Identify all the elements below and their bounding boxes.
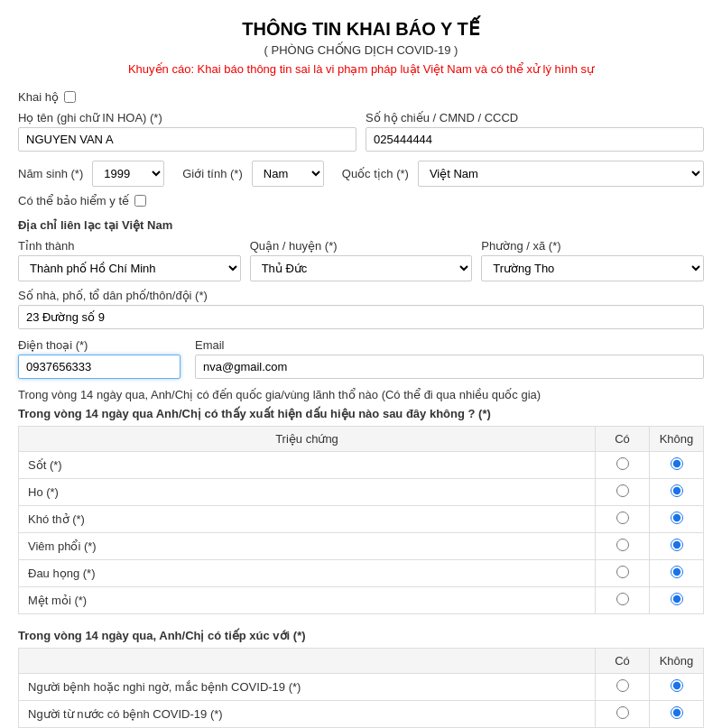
contact-khong-cell[interactable] [650,674,704,701]
travel-text: Trong vòng 14 ngày qua, Anh/Chị có đến q… [18,388,704,401]
contact-row: Người bệnh hoặc nghi ngờ, mắc bệnh COVID… [19,674,704,701]
col-khong-2: Không [650,649,704,674]
col-trieu-chung: Triệu chứng [19,427,596,452]
symptom-row: Mệt mỏi (*) [19,587,704,614]
khai-ho-label: Khai hộ [18,90,59,104]
email-input[interactable] [195,355,704,379]
symptom-khong-cell[interactable] [650,479,704,506]
so-ho-chieu-input[interactable] [366,127,704,152]
nam-sinh-select[interactable]: 1999 [92,161,164,187]
symptom-name: Đau họng (*) [19,560,596,587]
symptom-co-radio[interactable] [616,484,629,497]
symptom-khong-radio[interactable] [671,511,683,524]
contact-co-radio[interactable] [616,679,629,692]
ho-ten-label: Họ tên (ghi chữ IN HOA) (*) [18,111,356,124]
symptom-row: Khó thở (*) [19,506,704,533]
col-co-1: Có [596,427,650,452]
symptom-khong-radio[interactable] [671,539,683,551]
so-nha-input[interactable] [18,305,704,329]
symptom-khong-radio[interactable] [671,566,683,578]
symptom-khong-radio[interactable] [671,484,683,497]
symptom-co-cell[interactable] [596,587,650,614]
quoc-tich-label: Quốc tịch (*) [342,167,409,180]
gioi-tinh-label: Giới tính (*) [182,167,243,180]
symptom-khong-cell[interactable] [650,452,704,479]
contact-co-cell[interactable] [596,674,650,701]
phuong-xa-select[interactable]: Trường Tho [481,255,704,281]
symptom-khong-radio[interactable] [671,593,683,605]
dien-thoai-input[interactable] [18,355,180,379]
page-title: THÔNG TIN KHAI BÁO Y TẾ [18,18,704,40]
contact-khong-radio[interactable] [671,706,683,719]
tinh-thanh-label: Tỉnh thành [18,239,241,253]
contact-co-cell[interactable] [596,701,650,728]
contact-question: Trong vòng 14 ngày qua, Anh/Chị có tiếp … [18,629,704,642]
contact-table: Có Không Người bệnh hoặc nghi ngờ, mắc b… [18,648,704,728]
gioi-tinh-select[interactable]: Nam Nữ [252,161,324,187]
quan-huyen-select[interactable]: Thủ Đức [250,255,473,281]
symptom-co-radio[interactable] [616,566,629,578]
bao-hiem-label: Có thể bảo hiểm y tế [18,194,129,207]
khai-ho-checkbox[interactable] [64,91,76,103]
dia-chi-title: Địa chỉ liên lạc tại Việt Nam [18,218,704,232]
symptom-khong-cell[interactable] [650,560,704,587]
symptom-co-cell[interactable] [596,506,650,533]
email-label: Email [195,338,704,352]
symptom-khong-cell[interactable] [650,533,704,560]
nam-sinh-label: Năm sinh (*) [18,167,83,180]
symptom-name: Viêm phổi (*) [19,533,596,560]
symptom-row: Ho (*) [19,479,704,506]
contact-name: Người từ nước có bệnh COVID-19 (*) [19,701,596,728]
so-ho-chieu-label: Số hộ chiếu / CMND / CCCD [366,111,704,124]
symptom-co-cell[interactable] [596,560,650,587]
col-trieu-chung-2 [19,649,596,674]
symptom-co-radio[interactable] [616,511,629,524]
quoc-tich-select[interactable]: Việt Nam [418,161,704,187]
symptom-co-radio[interactable] [616,593,629,605]
symptom-khong-cell[interactable] [650,587,704,614]
contact-row: Người từ nước có bệnh COVID-19 (*) [19,701,704,728]
warning-text: Khuyến cáo: Khai báo thông tin sai là vi… [18,62,704,76]
bao-hiem-checkbox[interactable] [134,195,146,207]
contact-khong-cell[interactable] [650,701,704,728]
ho-ten-input[interactable] [18,127,356,152]
symptom-row: Viêm phổi (*) [19,533,704,560]
symptom-co-cell[interactable] [596,452,650,479]
symptom-name: Ho (*) [19,479,596,506]
symptom-question: Trong vòng 14 ngày qua Anh/Chị có thấy x… [18,407,704,420]
col-khong-1: Không [650,427,704,452]
quan-huyen-label: Quận / huyện (*) [250,239,473,253]
tinh-thanh-select[interactable]: Thành phố Hồ Chí Minh [18,255,241,281]
symptom-co-radio[interactable] [616,457,629,470]
phuong-xa-label: Phường / xã (*) [481,239,704,253]
symptom-name: Mệt mỏi (*) [19,587,596,614]
contact-name: Người bệnh hoặc nghi ngờ, mắc bệnh COVID… [19,674,596,701]
symptom-co-radio[interactable] [616,539,629,551]
symptoms-table: Triệu chứng Có Không Sốt (*) Ho (*) Khó … [18,426,704,614]
so-nha-label: Số nhà, phố, tổ dân phố/thôn/đội (*) [18,289,704,302]
symptom-name: Sốt (*) [19,452,596,479]
symptom-co-cell[interactable] [596,533,650,560]
contact-khong-radio[interactable] [671,679,683,692]
subtitle: ( PHÒNG CHỐNG DỊCH COVID-19 ) [18,43,704,57]
symptom-khong-radio[interactable] [671,457,683,470]
symptom-khong-cell[interactable] [650,506,704,533]
contact-co-radio[interactable] [616,706,629,719]
symptom-row: Sốt (*) [19,452,704,479]
symptom-name: Khó thở (*) [19,506,596,533]
symptom-co-cell[interactable] [596,479,650,506]
symptom-row: Đau họng (*) [19,560,704,587]
col-co-2: Có [596,649,650,674]
dien-thoai-label: Điện thoại (*) [18,338,180,352]
